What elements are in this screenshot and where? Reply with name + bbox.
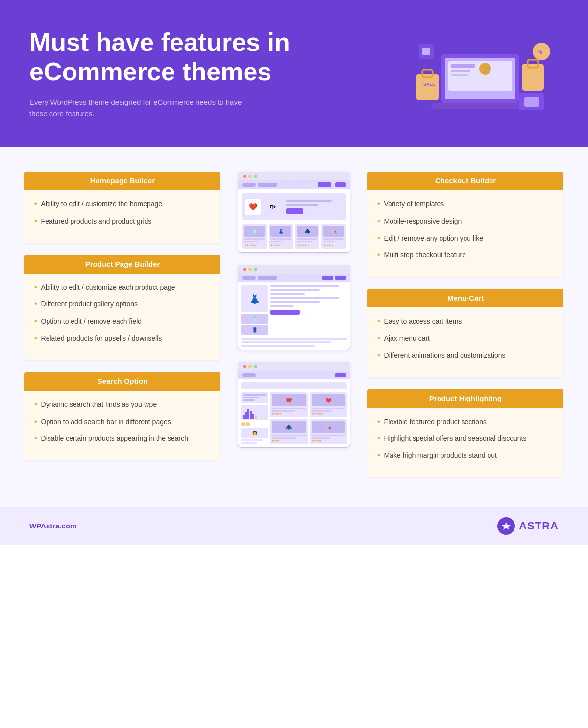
nav-pill xyxy=(258,183,277,187)
svg-rect-4 xyxy=(451,70,470,72)
result-card: 🧥 ★★★ xyxy=(270,419,308,444)
dot-green xyxy=(254,268,257,271)
header-illustration: 🛒 SALE % xyxy=(402,25,559,123)
mockup-nav-3 xyxy=(238,371,350,379)
bar xyxy=(247,409,249,419)
search-bar-mockup xyxy=(241,382,347,389)
product-line xyxy=(244,241,258,242)
product-page-builder-card: Product Page Builder Ability to edit / c… xyxy=(24,255,220,360)
info-line xyxy=(270,289,320,291)
homepage-builder-title: Homepage Builder xyxy=(90,176,155,185)
bar xyxy=(252,414,254,419)
svg-text:%: % xyxy=(538,49,542,55)
astra-logo-icon xyxy=(501,521,512,531)
product-line xyxy=(323,241,334,242)
add-to-cart-button xyxy=(270,310,300,315)
result-card: 👒 ★★★★ xyxy=(310,419,347,444)
nav-button xyxy=(335,373,346,377)
product-layout: 👗 👕 👖 xyxy=(241,285,347,335)
product-results: ❤️ ★★★★ ❤️ ★★★★★ xyxy=(270,392,347,444)
dot-red xyxy=(243,175,246,178)
footer: WPAstra.com ASTRA xyxy=(0,507,588,545)
astra-brand-name: ASTRA xyxy=(519,520,559,532)
list-item: Related products for upsells / downsells xyxy=(34,333,211,344)
list-item: Ability to edit / customize the homepage xyxy=(34,199,211,209)
menu-cart-header: Menu-Cart xyxy=(368,289,564,307)
product-highlighting-list: Flexible featured product sections Highl… xyxy=(377,417,554,461)
product-bottom xyxy=(241,338,347,347)
product-page-builder-list: Ability to edit / customize each product… xyxy=(34,282,211,344)
mockup-hero: ❤️ 🛍 xyxy=(242,193,346,220)
nav-pill xyxy=(242,183,256,187)
mockup-body-3: 🧑 ❤️ xyxy=(238,379,350,447)
homepage-builder-body: Ability to edit / customize the homepage… xyxy=(24,190,220,226)
list-item: Option to edit / remove each field xyxy=(34,316,211,326)
price-chart xyxy=(241,405,268,420)
mockup-product-card: 👒 ★★★★ xyxy=(321,224,346,249)
product-page-builder-header: Product Page Builder xyxy=(24,255,220,274)
product-page-builder-title: Product Page Builder xyxy=(85,260,160,268)
mockup-titlebar-2 xyxy=(238,265,350,274)
info-line xyxy=(270,301,320,303)
right-column: Checkout Builder Variety of templates Mo… xyxy=(368,172,564,477)
search-option-list: Dynamic search that finds as you type Op… xyxy=(34,400,211,444)
list-item: Dynamic search that finds as you type xyxy=(34,400,211,410)
product-images: 👗 👕 👖 xyxy=(241,285,268,335)
list-item: Flexible featured product sections xyxy=(377,417,554,427)
product-line xyxy=(244,238,265,240)
filter-box xyxy=(241,392,268,403)
product-main-img: 👗 xyxy=(241,285,268,312)
product-line xyxy=(270,238,291,240)
product-highlighting-header: Product Highlighting xyxy=(368,389,564,408)
hero-button xyxy=(286,208,303,214)
mockup-products: 👕 ★★★★★ 👗 ★★★★ 🧥 xyxy=(242,224,346,249)
svg-rect-5 xyxy=(451,74,468,76)
svg-text:SALE: SALE xyxy=(423,82,435,87)
hero-lines xyxy=(286,200,343,214)
nav-button xyxy=(335,276,346,280)
product-thumb: 👕 xyxy=(241,314,268,324)
checkout-builder-body: Variety of templates Mobile-responsive d… xyxy=(368,190,564,260)
list-item: Featured products and product grids xyxy=(34,216,211,226)
search-option-card: Search Option Dynamic search that finds … xyxy=(24,372,220,460)
svg-rect-19 xyxy=(422,48,430,55)
mockup-product-card: 👕 ★★★★★ xyxy=(242,224,267,249)
nav-button-2 xyxy=(335,182,346,187)
list-item: Disable certain products appearing in th… xyxy=(34,433,211,444)
mockup-titlebar xyxy=(238,172,350,180)
dot-yellow xyxy=(248,268,252,271)
product-stars: ★★★★★ xyxy=(244,243,265,247)
mockup-product-card: 🧥 ★★★★★ xyxy=(295,224,319,249)
mockup-titlebar-3 xyxy=(238,362,350,371)
nav-pill xyxy=(242,276,256,280)
bottom-line xyxy=(241,345,315,347)
product-line xyxy=(297,238,318,240)
mockups-column: ❤️ 🛍 👕 ★★★★★ xyxy=(235,172,353,477)
nav-button xyxy=(322,276,333,280)
svg-rect-8 xyxy=(431,103,529,109)
dot-yellow xyxy=(248,175,252,178)
hero-line xyxy=(286,200,332,202)
info-line xyxy=(270,285,339,287)
list-item: Edit / remove any option you like xyxy=(377,233,554,244)
product-stars: ★★★★ xyxy=(323,243,344,247)
ecommerce-illustration-icon: 🛒 SALE % xyxy=(402,25,559,123)
checkout-builder-card: Checkout Builder Variety of templates Mo… xyxy=(368,172,564,277)
mockup-nav-1 xyxy=(238,180,350,189)
product-line xyxy=(297,241,313,242)
bar xyxy=(255,416,257,419)
bottom-line xyxy=(241,341,331,343)
astra-icon xyxy=(497,517,515,535)
filter-person: 🧑 xyxy=(241,428,268,438)
hero-line xyxy=(286,204,318,206)
list-item: Ajax menu cart xyxy=(377,333,554,344)
product-stars: ★★★★ xyxy=(270,243,291,247)
product-info xyxy=(270,285,347,335)
product-img: 👒 xyxy=(323,226,344,237)
left-column: Homepage Builder Ability to edit / custo… xyxy=(24,172,220,477)
svg-rect-3 xyxy=(451,64,475,68)
filter-panel: 🧑 xyxy=(241,392,268,444)
list-item: Mobile-responsive design xyxy=(377,216,554,226)
product-img: 👗 xyxy=(270,226,291,237)
checkout-builder-header: Checkout Builder xyxy=(368,172,564,190)
